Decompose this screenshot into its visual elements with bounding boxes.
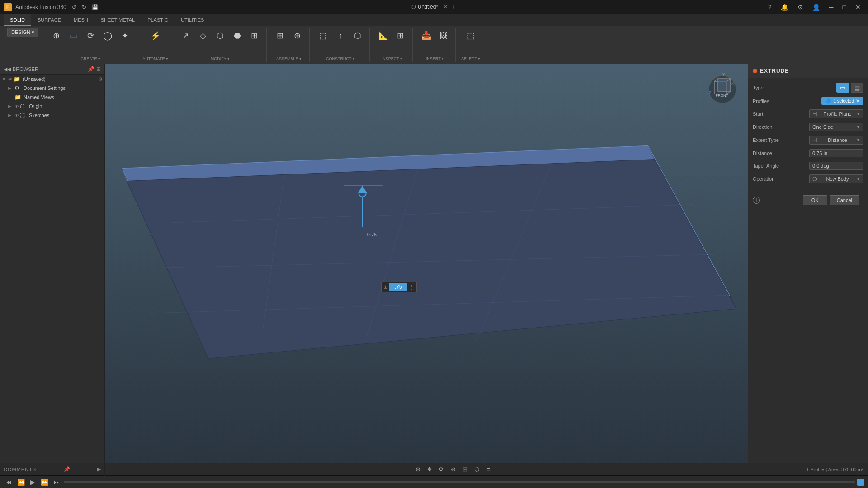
- new-component-button[interactable]: ⊕: [48, 28, 64, 44]
- joint-button[interactable]: ⊞: [272, 28, 288, 44]
- display-settings-button[interactable]: ≡: [483, 465, 494, 474]
- type-label: Type: [753, 85, 789, 90]
- comments-expand-icon[interactable]: 📌: [64, 466, 70, 472]
- step-back-button[interactable]: ⏪: [15, 478, 27, 487]
- extent-type-dropdown-arrow: ▼: [856, 138, 860, 142]
- ok-button[interactable]: OK: [803, 195, 827, 205]
- browser-item-docsettings[interactable]: ▶ ⚙ Document Settings: [0, 84, 104, 93]
- timeline-indicator[interactable]: [857, 479, 864, 486]
- expand-all-icon[interactable]: ⊞: [96, 66, 101, 72]
- sweep-button[interactable]: ◯: [99, 28, 116, 44]
- start-value: Profile Plane: [823, 111, 851, 117]
- distance-field[interactable]: 0.75 in: [809, 149, 863, 157]
- tab-surface[interactable]: SURFACE: [31, 14, 67, 26]
- type-btn-2[interactable]: ▤: [851, 83, 863, 93]
- viewport[interactable]: 0.75 ⊞ ⋮ X Y Z: [105, 64, 748, 463]
- direction-dropdown[interactable]: One Side ▼: [809, 123, 863, 131]
- clear-profiles-button[interactable]: ✕: [856, 98, 860, 104]
- design-dropdown[interactable]: DESIGN ▾: [7, 28, 38, 37]
- account-icon[interactable]: 👤: [809, 3, 824, 12]
- minimize-button[interactable]: ─: [826, 3, 837, 12]
- tab-plastic[interactable]: PLASTIC: [141, 14, 175, 26]
- press-pull-button[interactable]: ↗: [178, 28, 194, 44]
- help-icon[interactable]: ?: [764, 3, 775, 12]
- undo-button[interactable]: ↺: [70, 3, 78, 11]
- new-tab-icon[interactable]: ＋: [451, 4, 457, 10]
- cancel-button[interactable]: Cancel: [830, 195, 859, 205]
- view-cube-button[interactable]: ⬡: [472, 465, 482, 474]
- step-forward-button[interactable]: ⏩: [39, 478, 50, 487]
- settings-icon[interactable]: ⚙: [794, 3, 807, 12]
- extrude-button[interactable]: ▭: [65, 28, 81, 44]
- fit-button[interactable]: ⊞: [460, 465, 471, 474]
- tab-solid[interactable]: SOLID: [4, 14, 31, 26]
- notification-icon[interactable]: 🔔: [777, 3, 792, 12]
- more-inspect-button[interactable]: ⊞: [392, 28, 409, 44]
- orbit-button[interactable]: ⊕: [413, 465, 424, 474]
- chamfer-button[interactable]: ⬡: [212, 28, 228, 44]
- type-row: Type ▭ ▤: [753, 83, 863, 93]
- more-modify-button[interactable]: ⊞: [246, 28, 263, 44]
- measure-button[interactable]: 📐: [375, 28, 392, 44]
- input-popup-menu[interactable]: ⋮: [409, 284, 415, 290]
- save-button[interactable]: 💾: [90, 3, 100, 11]
- more-create-button[interactable]: ✦: [117, 28, 133, 44]
- more-construct-button[interactable]: ⬡: [349, 28, 366, 44]
- go-to-start-button[interactable]: ⏮: [4, 478, 14, 487]
- pan-button[interactable]: ✥: [425, 465, 435, 474]
- close-tab-icon[interactable]: ✕: [443, 4, 448, 10]
- browser-item-root[interactable]: ▼ 👁 📁 (Unsaved) ⚙: [0, 75, 104, 84]
- profiles-value: 1 selected: [833, 99, 854, 103]
- tab-utilities[interactable]: UTILITIES: [175, 14, 210, 26]
- construct-label: CONSTRUCT ▾: [326, 56, 355, 62]
- extent-type-dropdown[interactable]: ⊣ Distance ▼: [809, 136, 863, 145]
- close-button[interactable]: ✕: [852, 3, 864, 12]
- decal-button[interactable]: 🖼: [435, 28, 452, 44]
- revolve-button[interactable]: ⟳: [82, 28, 99, 44]
- browser-item-namedviews[interactable]: ▶ 📁 Named Views: [0, 93, 104, 102]
- shell-button[interactable]: ⬣: [229, 28, 245, 44]
- distance-input[interactable]: [389, 283, 407, 291]
- offset-plane-button[interactable]: ⬚: [315, 28, 331, 44]
- type-btn-1[interactable]: ▭: [836, 83, 849, 93]
- direction-dropdown-arrow: ▼: [856, 125, 860, 129]
- browser-item-origin[interactable]: ▶ 👁 ⬡ Origin: [0, 102, 104, 111]
- eye-icon-sketches[interactable]: 👁: [14, 113, 19, 118]
- folder-icon-views: 📁: [14, 94, 22, 100]
- eye-icon-root[interactable]: 👁: [8, 77, 13, 82]
- taper-angle-field[interactable]: 0.0 deg: [809, 162, 863, 170]
- select-label: SELECT ▾: [461, 56, 480, 62]
- window-controls: ? 🔔 ⚙ 👤 ─ □ ✕: [764, 3, 864, 12]
- operation-dropdown[interactable]: ⬡ New Body ▼: [809, 174, 863, 183]
- eye-icon-origin[interactable]: 👁: [14, 104, 19, 109]
- collapse-icon[interactable]: ◀◀: [4, 66, 11, 72]
- assemble-label: ASSEMBLE ▾: [276, 56, 302, 62]
- start-dropdown[interactable]: ⊣ Profile Plane ▼: [809, 109, 863, 118]
- tab-mesh[interactable]: MESH: [67, 14, 94, 26]
- pin-icon[interactable]: 📌: [88, 66, 94, 72]
- go-to-end-button[interactable]: ⏭: [52, 478, 62, 487]
- tab-sheet-metal[interactable]: SHEET METAL: [94, 14, 141, 26]
- browser-docsettings-label: Document Settings: [24, 85, 66, 91]
- more-assemble-button[interactable]: ⊕: [289, 28, 306, 44]
- maximize-button[interactable]: □: [839, 3, 850, 12]
- redo-button[interactable]: ↻: [80, 3, 88, 11]
- timeline[interactable]: [64, 481, 855, 483]
- browser-panel: ◀◀ BROWSER 📌 ⊞ ▼ 👁 📁 (Unsaved) ⚙ ▶ ⚙ Doc…: [0, 64, 105, 463]
- select-button[interactable]: ⬚: [462, 28, 479, 44]
- status-bar: 1 Profile | Area: 375.00 in²: [802, 467, 868, 472]
- extent-type-icon: ⊣: [812, 137, 817, 143]
- panel-header: EXTRUDE: [748, 64, 868, 78]
- automate-btn[interactable]: ⚡: [147, 28, 164, 44]
- zoom-button[interactable]: ⊕: [448, 465, 459, 474]
- look-at-button[interactable]: ⟳: [436, 465, 447, 474]
- comments-collapse-icon[interactable]: ▶: [97, 466, 101, 472]
- midplane-button[interactable]: ↕: [332, 28, 349, 44]
- gear-icon-root[interactable]: ⚙: [98, 76, 103, 82]
- browser-header-right: 📌 ⊞: [88, 66, 101, 72]
- browser-item-sketches[interactable]: ▶ 👁 ⬚ Sketches: [0, 111, 104, 120]
- fillet-button[interactable]: ◇: [195, 28, 211, 44]
- play-button[interactable]: ▶: [28, 478, 37, 487]
- info-icon[interactable]: i: [753, 197, 760, 204]
- insert-svg-button[interactable]: 📥: [418, 28, 434, 44]
